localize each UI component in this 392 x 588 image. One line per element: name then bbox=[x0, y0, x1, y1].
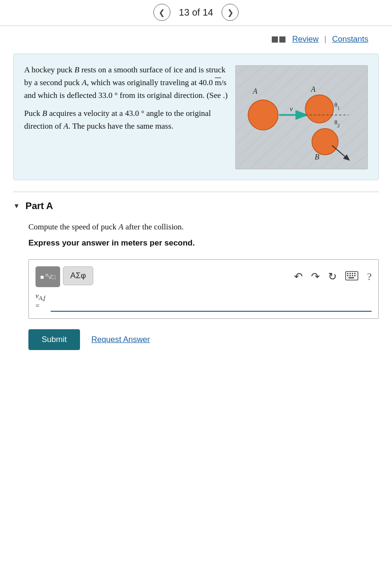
problem-paragraph-1: A hockey puck B rests on a smooth surfac… bbox=[24, 63, 228, 102]
toolbar-left: ■ n√□ ΑΣφ bbox=[36, 266, 93, 287]
collision-diagram-svg: A v A θ1 θ2 B bbox=[236, 66, 367, 169]
svg-rect-33 bbox=[354, 273, 356, 274]
review-icon bbox=[272, 36, 285, 43]
collapse-triangle[interactable]: ▼ bbox=[13, 202, 20, 210]
svg-text:A: A bbox=[311, 85, 316, 93]
redo-icon[interactable]: ↷ bbox=[311, 271, 320, 283]
svg-rect-37 bbox=[354, 275, 356, 276]
part-a-title: Part A bbox=[26, 201, 53, 211]
undo-icon[interactable]: ↶ bbox=[294, 271, 303, 283]
problem-box: A hockey puck B rests on a smooth surfac… bbox=[13, 53, 379, 180]
svg-point-26 bbox=[312, 129, 338, 155]
keyboard-icon[interactable] bbox=[345, 271, 358, 283]
svg-rect-38 bbox=[348, 277, 354, 279]
problem-content: A hockey puck B rests on a smooth surfac… bbox=[24, 63, 368, 169]
page-count: 13 of 14 bbox=[179, 7, 213, 18]
svg-rect-30 bbox=[347, 273, 348, 274]
input-label: vA,f = bbox=[36, 292, 45, 312]
svg-text:A: A bbox=[252, 87, 258, 95]
action-row: Submit Request Answer bbox=[0, 319, 392, 364]
svg-text:B: B bbox=[315, 153, 320, 161]
refresh-icon[interactable]: ↻ bbox=[328, 271, 337, 283]
svg-rect-36 bbox=[352, 275, 353, 276]
svg-rect-31 bbox=[349, 273, 351, 274]
next-button[interactable]: ❯ bbox=[222, 4, 239, 21]
greek-button[interactable]: ΑΣφ bbox=[63, 266, 93, 285]
part-a-question: Compute the speed of puck A after the co… bbox=[0, 221, 392, 255]
prev-icon: ❮ bbox=[159, 8, 165, 17]
top-links-bar: Review | Constants bbox=[0, 26, 392, 49]
constants-link[interactable]: Constants bbox=[332, 35, 368, 44]
input-row: vA,f = bbox=[36, 292, 372, 312]
toolbar-row: ■ n√□ ΑΣφ ↶ ↷ ↻ bbox=[36, 266, 372, 287]
problem-paragraph-2: Puck B acquires a velocity at a 43.0 ° a… bbox=[24, 107, 228, 132]
answer-box: ■ n√□ ΑΣφ ↶ ↷ ↻ bbox=[28, 259, 379, 319]
formula-icon: ■ n√□ bbox=[40, 272, 55, 281]
prev-button[interactable]: ❮ bbox=[153, 4, 170, 21]
review-link[interactable]: Review bbox=[292, 35, 319, 44]
svg-rect-35 bbox=[349, 275, 351, 276]
greek-label: ΑΣφ bbox=[71, 271, 86, 281]
problem-diagram: A v A θ1 θ2 B bbox=[235, 65, 368, 169]
instruction-text: Express your answer in meters per second… bbox=[28, 237, 379, 249]
toolbar-right: ↶ ↷ ↻ ? bbox=[294, 271, 372, 283]
formula-button[interactable]: ■ n√□ bbox=[36, 266, 60, 287]
problem-text: A hockey puck B rests on a smooth surfac… bbox=[24, 63, 228, 132]
svg-rect-32 bbox=[352, 273, 353, 274]
svg-text:v: v bbox=[290, 105, 293, 113]
request-answer-button[interactable]: Request Answer bbox=[91, 335, 150, 344]
answer-input[interactable] bbox=[51, 294, 372, 312]
question-text: Compute the speed of puck A after the co… bbox=[28, 221, 379, 233]
submit-button[interactable]: Submit bbox=[28, 329, 80, 350]
help-icon[interactable]: ? bbox=[367, 271, 372, 283]
svg-point-21 bbox=[305, 95, 333, 123]
next-icon: ❯ bbox=[227, 8, 233, 17]
part-a-header: ▼ Part A bbox=[13, 201, 379, 211]
svg-point-17 bbox=[248, 100, 278, 130]
navigation-bar: ❮ 13 of 14 ❯ bbox=[0, 0, 392, 26]
svg-rect-34 bbox=[347, 275, 348, 276]
part-a-section: ▼ Part A bbox=[0, 192, 392, 211]
separator: | bbox=[324, 35, 326, 44]
